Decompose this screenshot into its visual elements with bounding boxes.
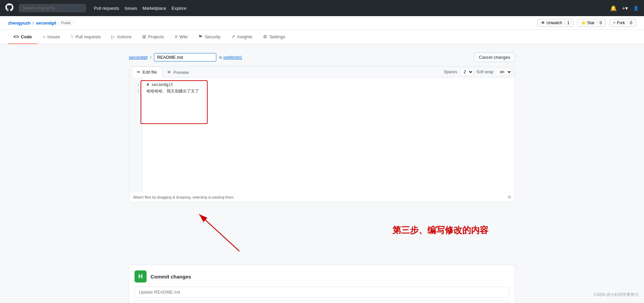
- create-plus-icon[interactable]: +▾: [622, 5, 628, 11]
- editor-body-wrapper: 1 2 # secondgit 哈哈哈哈、我又创建出了文了: [129, 78, 515, 192]
- settings-icon: ⚙: [263, 34, 267, 39]
- top-nav-links: Pull requests Issues Marketplace Explore: [94, 6, 186, 11]
- breadcrumb-repo-link[interactable]: secondgit: [129, 55, 148, 60]
- repo-header: zhengyuzh / secondgit Public 👁 Unwatch 1…: [0, 16, 644, 30]
- step3-annotation-text: 第三步、编写修改的内容: [392, 224, 488, 236]
- breadcrumb-separator: /: [33, 20, 34, 26]
- nav-code[interactable]: <> Code: [8, 30, 37, 44]
- commit-description-input[interactable]: [135, 300, 509, 303]
- csdn-watermark: CSDN @小杜同学要努力: [594, 292, 639, 298]
- insights-icon: ↗: [231, 34, 235, 39]
- nav-marketplace[interactable]: Marketplace: [143, 6, 166, 11]
- actions-icon: ▷: [111, 34, 115, 39]
- softwrap-select[interactable]: on off: [496, 68, 512, 76]
- nav-issues[interactable]: Issues: [124, 6, 137, 11]
- edit-file-tab[interactable]: ✏ Edit file: [132, 67, 162, 78]
- watch-button[interactable]: 👁 Unwatch 1: [537, 19, 573, 27]
- code-icon: <>: [13, 34, 19, 39]
- repo-owner[interactable]: zhengyuzh: [8, 20, 31, 26]
- nav-settings[interactable]: ⚙ Settings: [258, 30, 290, 44]
- search-input[interactable]: [19, 4, 86, 12]
- commit-section: H Commit changes → Commit directly to th…: [129, 265, 515, 303]
- fork-button[interactable]: ⑂ Fork 0: [609, 19, 636, 27]
- spaces-select[interactable]: 2 4: [460, 68, 474, 76]
- line-numbers: 1 2: [129, 78, 143, 192]
- cancel-changes-button[interactable]: Cancel changes: [474, 52, 515, 62]
- branch-link[interactable]: onefensh1: [223, 55, 242, 60]
- repo-header-actions: 👁 Unwatch 1 ⭐ Star 0 ⑂ Fork 0: [537, 19, 636, 27]
- step3-arrow: [189, 208, 243, 255]
- projects-icon: ⊞: [142, 34, 146, 39]
- svg-line-1: [199, 214, 239, 251]
- editor-footer: Attach files by dragging & dropping, sel…: [129, 192, 515, 202]
- issues-icon: ○: [43, 34, 45, 39]
- nav-security[interactable]: ⚑ Security: [193, 30, 226, 44]
- preview-icon: 👁: [167, 70, 171, 75]
- nav-wiki[interactable]: ≡ Wiki: [169, 30, 193, 44]
- nav-insights[interactable]: ↗ Insights: [226, 30, 258, 44]
- repo-visibility-badge: Public: [58, 20, 74, 26]
- commit-section-title: Commit changes: [151, 274, 191, 279]
- branch-info: in onefensh1: [219, 55, 242, 60]
- top-nav-right: 🔔 +▾ 👤: [610, 5, 639, 11]
- editor-tabs: ✏ Edit file 👁 Preview Spaces 2 4 Soft wr…: [129, 67, 515, 78]
- editor-body[interactable]: 1 2 # secondgit 哈哈哈哈、我又创建出了文了: [129, 78, 515, 192]
- top-nav: Pull requests Issues Marketplace Explore…: [0, 0, 644, 16]
- editor-container: ✏ Edit file 👁 Preview Spaces 2 4 Soft wr…: [129, 66, 515, 202]
- breadcrumb-slash: /: [150, 55, 152, 60]
- commit-section-header: H Commit changes: [135, 270, 509, 283]
- github-logo: [5, 3, 13, 13]
- notification-bell-icon[interactable]: 🔔: [610, 5, 617, 11]
- nav-pull-requests[interactable]: ⑂ Pull requests: [65, 30, 106, 44]
- main-content: secondgit / in onefensh1 Cancel changes …: [121, 44, 523, 303]
- filename-input[interactable]: [154, 53, 216, 61]
- preview-tab[interactable]: 👁 Preview: [162, 67, 194, 78]
- repo-name[interactable]: secondgit: [36, 20, 56, 26]
- nav-explore[interactable]: Explore: [172, 6, 186, 11]
- wiki-icon: ≡: [175, 34, 177, 39]
- commit-avatar: H: [135, 270, 147, 283]
- star-button[interactable]: ⭐ Star 0: [577, 19, 606, 27]
- step3-annotation-area: 第三步、编写修改的内容: [129, 204, 515, 265]
- sub-nav: <> Code ○ Issues ⑂ Pull requests ▷ Actio…: [0, 30, 644, 44]
- nav-pull-requests[interactable]: Pull requests: [94, 6, 119, 11]
- file-edit-header: secondgit / in onefensh1 Cancel changes: [129, 52, 515, 62]
- user-avatar[interactable]: 👤: [633, 6, 639, 11]
- commit-message-input[interactable]: [135, 287, 509, 298]
- security-icon: ⚑: [198, 34, 203, 39]
- pr-icon: ⑂: [71, 34, 73, 39]
- nav-issues[interactable]: ○ Issues: [37, 30, 65, 44]
- nav-projects[interactable]: ⊞ Projects: [137, 30, 169, 44]
- editor-toolbar: Spaces 2 4 Soft wrap on off: [444, 68, 512, 76]
- editor-area[interactable]: # secondgit 哈哈哈哈、我又创建出了文了: [143, 78, 515, 192]
- pencil-icon: ✏: [137, 70, 141, 75]
- nav-actions[interactable]: ▷ Actions: [106, 30, 137, 44]
- expand-icon: ⊡: [508, 195, 511, 199]
